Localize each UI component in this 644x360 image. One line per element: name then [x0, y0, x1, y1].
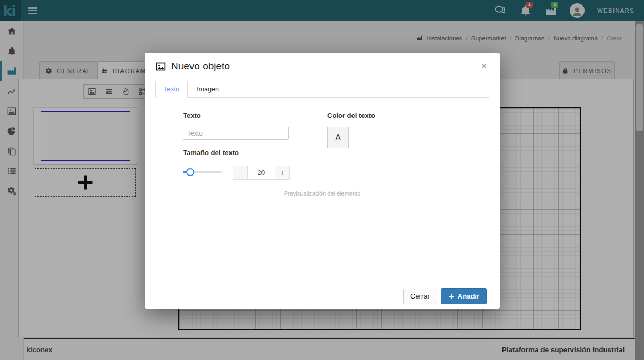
- modal-header: Nuevo objeto ×: [145, 53, 500, 77]
- size-value[interactable]: 20: [248, 166, 275, 180]
- color-field-label: Color del texto: [327, 111, 375, 119]
- text-size-stepper: − 20 +: [233, 166, 290, 180]
- size-field-label: Tamaño del texto: [183, 149, 239, 157]
- modal-tab-imagen[interactable]: Imagen: [187, 81, 228, 98]
- text-input[interactable]: [183, 127, 289, 140]
- add-button-label: Añadir: [458, 292, 479, 300]
- increment-button[interactable]: +: [275, 166, 290, 180]
- image-icon: [155, 61, 166, 72]
- modal-tab-texto[interactable]: Texto: [155, 81, 188, 98]
- modal-title: Nuevo objeto: [171, 60, 230, 72]
- plus-icon: [448, 293, 455, 300]
- modal-footer: Cerrar Añadir: [403, 288, 487, 304]
- preview-hint: Previsualización del elemento: [145, 190, 500, 197]
- add-button[interactable]: Añadir: [441, 288, 487, 304]
- slider-thumb[interactable]: [186, 168, 194, 176]
- close-icon[interactable]: ×: [481, 61, 487, 70]
- text-size-slider[interactable]: [183, 168, 222, 177]
- text-color-picker[interactable]: A: [327, 127, 349, 148]
- text-field-label: Texto: [183, 111, 201, 119]
- modal-tabs: Texto Imagen: [155, 80, 489, 98]
- cancel-button[interactable]: Cerrar: [403, 289, 437, 304]
- app-window: ki 1 2: [0, 0, 644, 360]
- decrement-button[interactable]: −: [233, 166, 248, 180]
- new-object-modal: Nuevo objeto × Texto Imagen Texto Color …: [145, 53, 500, 309]
- modal-body: Texto Color del texto A Tamaño del texto…: [145, 98, 500, 283]
